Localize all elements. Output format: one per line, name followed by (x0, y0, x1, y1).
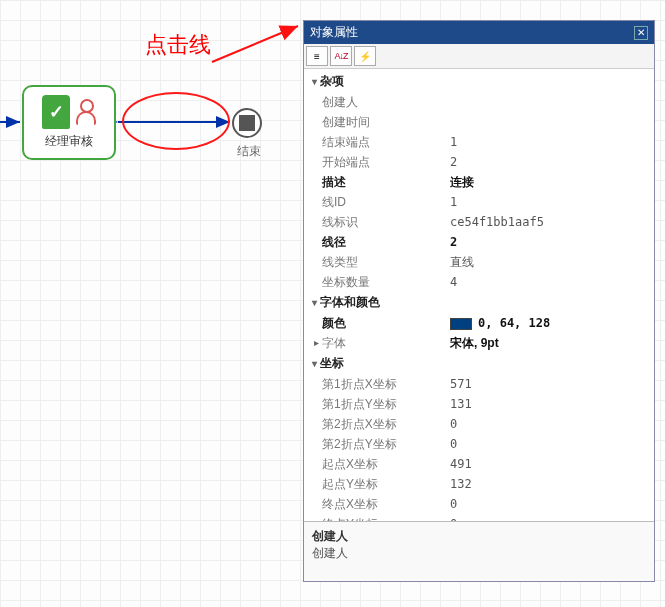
prop-line-width: 线径2 (304, 232, 654, 252)
panel-toolbar: ≡ A↓Z ⚡ (304, 44, 654, 69)
events-button[interactable]: ⚡ (354, 46, 376, 66)
description-pane: 创建人 创建人 (304, 521, 654, 581)
caret-down-icon: ▾ (308, 76, 320, 87)
prop-color: 颜色 0, 64, 128 (304, 313, 654, 333)
panel-titlebar[interactable]: 对象属性 ✕ (304, 21, 654, 44)
prop-p1y: 第1折点Y坐标131 (304, 394, 654, 414)
prop-end-endpoint: 结束端点1 (304, 132, 654, 152)
annotation-ellipse (122, 92, 230, 150)
prop-line-guid: 线标识ce54f1bb1aaf5 (304, 212, 654, 232)
caret-right-icon[interactable]: ▸ (310, 334, 322, 352)
task-node[interactable]: 经理审核 (22, 85, 116, 160)
properties-panel: 对象属性 ✕ ≡ A↓Z ⚡ ▾ 杂项 创建人 创建时间 结束端点1 开始端点2… (303, 20, 655, 582)
prop-endy: 终点Y坐标0 (304, 514, 654, 521)
panel-title-text: 对象属性 (310, 24, 358, 41)
close-icon[interactable]: ✕ (634, 26, 648, 40)
prop-createtime: 创建时间 (304, 112, 654, 132)
prop-line-id: 线ID1 (304, 192, 654, 212)
person-icon (76, 99, 96, 125)
prop-start-endpoint: 开始端点2 (304, 152, 654, 172)
category-font-label: 字体和颜色 (320, 294, 380, 311)
description-title: 创建人 (312, 528, 646, 545)
category-coord[interactable]: ▾ 坐标 (304, 353, 654, 374)
color-value: 0, 64, 128 (478, 316, 550, 330)
prop-creator: 创建人 (304, 92, 654, 112)
categorized-button[interactable]: ≡ (306, 46, 328, 66)
end-node-label: 结束 (232, 143, 266, 160)
properties-grid[interactable]: ▾ 杂项 创建人 创建时间 结束端点1 开始端点2 描述连接 线ID1 线标识c… (304, 69, 654, 521)
category-misc[interactable]: ▾ 杂项 (304, 71, 654, 92)
category-coord-label: 坐标 (320, 355, 344, 372)
prop-line-type: 线类型直线 (304, 252, 654, 272)
prop-p1x: 第1折点X坐标571 (304, 374, 654, 394)
prop-p2y: 第2折点Y坐标0 (304, 434, 654, 454)
category-misc-label: 杂项 (320, 73, 344, 90)
annotation-arrow (212, 26, 298, 62)
prop-font: ▸ 字体 宋体, 9pt (304, 333, 654, 353)
category-font-color[interactable]: ▾ 字体和颜色 (304, 292, 654, 313)
prop-coord-count: 坐标数量4 (304, 272, 654, 292)
caret-down-icon: ▾ (308, 358, 320, 369)
annotation-text: 点击线 (145, 30, 211, 60)
task-node-label: 经理审核 (45, 133, 93, 150)
prop-endx: 终点X坐标0 (304, 494, 654, 514)
color-swatch (450, 318, 472, 330)
clipboard-check-icon (42, 95, 70, 129)
prop-description: 描述连接 (304, 172, 654, 192)
description-body: 创建人 (312, 545, 646, 562)
prop-starty: 起点Y坐标132 (304, 474, 654, 494)
caret-down-icon: ▾ (308, 297, 320, 308)
prop-startx: 起点X坐标491 (304, 454, 654, 474)
prop-p2x: 第2折点X坐标0 (304, 414, 654, 434)
end-node[interactable] (232, 108, 262, 138)
alpha-sort-button[interactable]: A↓Z (330, 46, 352, 66)
